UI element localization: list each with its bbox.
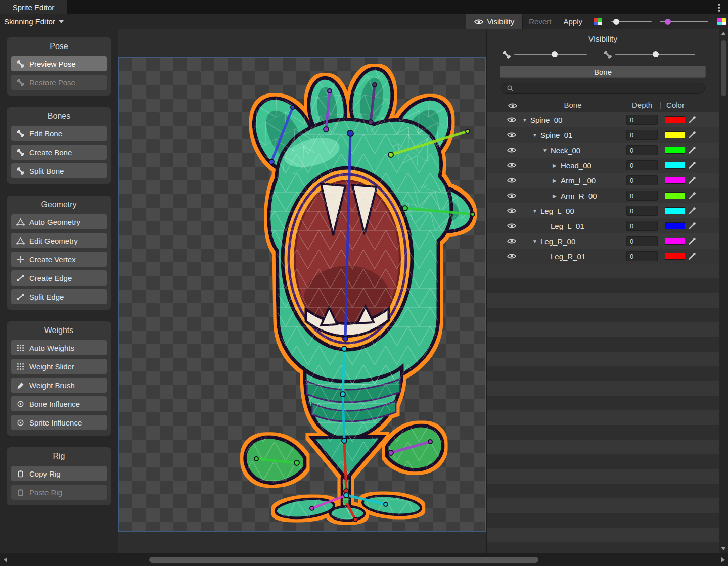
create-edge-button[interactable]: Create Edge — [11, 270, 107, 286]
eyedropper-icon[interactable] — [688, 222, 696, 230]
bone-name[interactable]: Leg_L_00 — [540, 207, 574, 215]
expander-icon[interactable] — [532, 239, 540, 244]
rgba-view-icon[interactable] — [717, 18, 726, 25]
expander-icon[interactable] — [532, 208, 540, 214]
create-vertex-button[interactable]: Create Vertex — [11, 252, 107, 267]
color-channels-icon[interactable] — [594, 18, 602, 25]
bone-row-arm-l-00[interactable]: Arm_L_00 — [487, 173, 719, 188]
eyedropper-icon[interactable] — [688, 237, 696, 245]
canvas-area[interactable] — [118, 29, 486, 553]
vertical-scrollbar-thumb[interactable] — [721, 40, 726, 96]
column-header-depth[interactable]: Depth — [624, 101, 660, 109]
eyedropper-icon[interactable] — [688, 131, 696, 139]
depth-input[interactable] — [626, 251, 658, 261]
horizontal-scrollbar[interactable] — [0, 553, 728, 566]
bone-color-swatch[interactable] — [665, 116, 685, 123]
expander-icon[interactable] — [553, 178, 561, 183]
bone-name[interactable]: Leg_R_01 — [551, 252, 585, 261]
bone-name[interactable]: Head_00 — [561, 161, 592, 170]
bone-name[interactable]: Leg_R_00 — [540, 237, 575, 246]
bone-row-leg-l-00[interactable]: Leg_L_00 — [487, 203, 719, 218]
depth-input[interactable] — [626, 145, 658, 155]
eyedropper-icon[interactable] — [688, 176, 696, 184]
brightness-slider[interactable] — [660, 18, 708, 25]
depth-input[interactable] — [626, 115, 658, 125]
expander-icon[interactable] — [553, 163, 561, 168]
bone-color-swatch[interactable] — [665, 238, 685, 245]
bone-influence-button[interactable]: Bone Influence — [11, 396, 107, 411]
eye-icon[interactable] — [507, 117, 516, 123]
bone-row-head-00[interactable]: Head_00 — [487, 158, 719, 173]
eye-icon[interactable] — [507, 147, 516, 153]
eye-icon[interactable] — [507, 193, 516, 199]
scroll-down-icon[interactable] — [721, 547, 726, 550]
revert-button[interactable]: Revert — [523, 14, 557, 29]
scroll-left-icon[interactable] — [4, 557, 7, 562]
auto-weights-button[interactable]: Auto Weights — [11, 340, 107, 355]
eye-icon[interactable] — [507, 132, 516, 138]
bone-opacity-slider-handle[interactable] — [552, 51, 558, 57]
depth-input[interactable] — [626, 206, 658, 216]
edit-geometry-button[interactable]: Edit Geometry — [11, 233, 107, 248]
depth-input[interactable] — [626, 236, 658, 246]
alpha-slider[interactable] — [611, 18, 652, 25]
edit-bone-button[interactable]: Edit Bone — [11, 126, 107, 141]
eyedropper-icon[interactable] — [688, 207, 696, 215]
apply-button[interactable]: Apply — [557, 14, 588, 29]
bone-color-swatch[interactable] — [665, 147, 685, 154]
bone-opacity-slider[interactable] — [514, 54, 587, 55]
bone-name[interactable]: Neck_00 — [551, 146, 580, 155]
eye-icon[interactable] — [507, 162, 516, 168]
restore-pose-button[interactable]: Restore Pose — [11, 75, 107, 90]
bone-color-swatch[interactable] — [665, 177, 685, 184]
eyedropper-icon[interactable] — [688, 116, 696, 124]
bone-color-swatch[interactable] — [665, 207, 685, 214]
vertical-scrollbar[interactable] — [719, 29, 728, 553]
eye-icon[interactable] — [507, 223, 516, 229]
bone-row-neck-00[interactable]: Neck_00 — [487, 143, 719, 158]
split-edge-button[interactable]: Split Edge — [11, 289, 107, 304]
bone-name[interactable]: Spine_01 — [540, 131, 572, 139]
search-input[interactable] — [517, 85, 699, 92]
eyedropper-icon[interactable] — [688, 192, 696, 200]
auto-geometry-button[interactable]: Auto Geometry — [11, 214, 107, 229]
bone-search[interactable] — [501, 83, 705, 94]
depth-input[interactable] — [626, 130, 658, 140]
mesh-opacity-slider-handle[interactable] — [653, 51, 659, 57]
kebab-menu-icon[interactable] — [718, 4, 720, 12]
eyedropper-icon[interactable] — [688, 161, 696, 169]
expander-icon[interactable] — [532, 132, 540, 138]
column-header-color[interactable]: Color — [662, 101, 689, 109]
bone-row-leg-r-01[interactable]: Leg_R_01 — [487, 249, 719, 264]
bone-color-swatch[interactable] — [665, 253, 685, 260]
bone-name[interactable]: Arm_R_00 — [561, 192, 597, 200]
depth-input[interactable] — [626, 191, 658, 201]
tab-sprite-editor[interactable]: Sprite Editor — [0, 0, 67, 14]
copy-rig-button[interactable]: Copy Rig — [11, 466, 107, 481]
alpha-slider-handle[interactable] — [613, 19, 619, 25]
mode-dropdown[interactable]: Skinning Editor — [4, 17, 64, 26]
bone-row-leg-r-00[interactable]: Leg_R_00 — [487, 233, 719, 249]
bone-color-swatch[interactable] — [665, 131, 685, 138]
split-bone-button[interactable]: Split Bone — [11, 163, 107, 178]
expander-icon[interactable] — [542, 148, 551, 153]
bone-color-swatch[interactable] — [665, 162, 685, 169]
horizontal-scrollbar-thumb[interactable] — [149, 557, 538, 563]
tab-bone[interactable]: Bone — [500, 66, 706, 78]
bone-row-arm-r-00[interactable]: Arm_R_00 — [487, 188, 719, 203]
create-bone-button[interactable]: Create Bone — [11, 145, 107, 160]
eye-icon[interactable] — [507, 177, 516, 183]
expander-icon[interactable] — [553, 193, 561, 199]
bone-name[interactable]: Spine_00 — [530, 116, 562, 124]
bone-name[interactable]: Arm_L_00 — [561, 176, 596, 185]
eye-icon[interactable] — [507, 253, 516, 259]
scroll-right-icon[interactable] — [721, 557, 725, 562]
depth-input[interactable] — [626, 221, 658, 231]
weight-brush-button[interactable]: Weight Brush — [11, 378, 107, 393]
bone-row-leg-l-01[interactable]: Leg_L_01 — [487, 218, 719, 233]
eyedropper-icon[interactable] — [688, 252, 696, 260]
expander-icon[interactable] — [522, 117, 530, 123]
eye-icon[interactable] — [507, 238, 516, 244]
bone-color-swatch[interactable] — [665, 192, 685, 199]
visibility-toggle-button[interactable]: Visibility — [466, 14, 523, 29]
